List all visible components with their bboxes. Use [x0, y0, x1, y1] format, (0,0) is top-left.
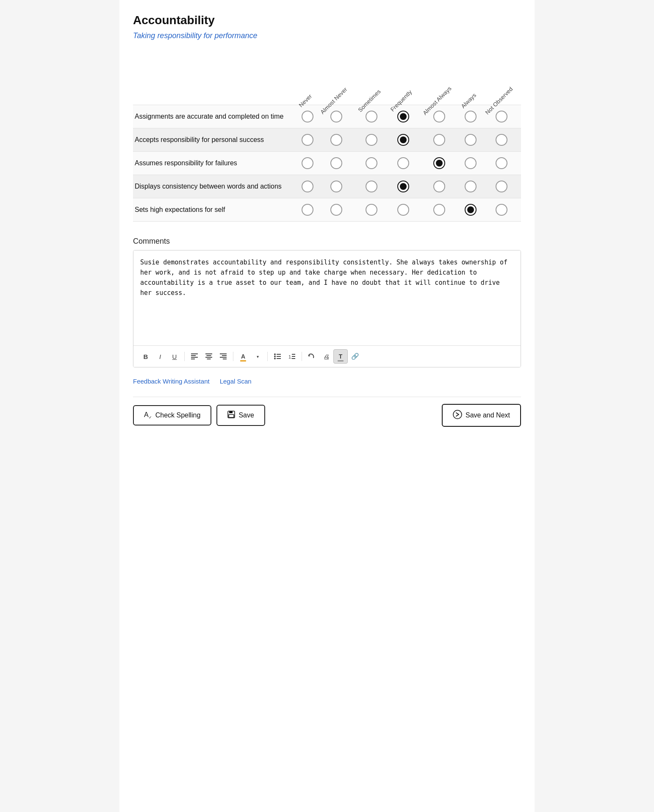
radio-option-never[interactable] [302, 157, 313, 169]
list-group: 1. [270, 349, 299, 364]
radio-option-almost_always[interactable] [433, 134, 445, 146]
radio-cell[interactable] [482, 128, 521, 152]
radio-option-never[interactable] [302, 134, 313, 146]
col-header-frequently: Frequently [388, 54, 419, 105]
svg-point-25 [453, 410, 462, 419]
row-label: Sets high expectations for self [133, 198, 298, 222]
radio-cell[interactable] [317, 128, 355, 152]
radio-option-not_observed[interactable] [496, 181, 507, 192]
legal-scan-link[interactable]: Legal Scan [220, 378, 252, 385]
comments-input[interactable] [133, 250, 521, 344]
text-color-button[interactable]: A [236, 349, 250, 364]
link-button[interactable]: 🔗 [348, 349, 362, 364]
svg-rect-3 [191, 359, 195, 359]
radio-cell[interactable] [419, 198, 460, 222]
radio-option-sometimes[interactable] [366, 134, 377, 146]
save-icon [227, 411, 235, 420]
save-next-button[interactable]: Save and Next [442, 404, 521, 427]
radio-option-almost_always[interactable] [433, 111, 445, 122]
radio-option-always[interactable] [465, 111, 477, 122]
check-spelling-button[interactable]: A✓ Check Spelling [133, 405, 211, 425]
writing-assistant-link[interactable]: Feedback Writing Assistant [133, 378, 210, 385]
radio-cell[interactable] [355, 175, 388, 198]
radio-option-not_observed[interactable] [496, 134, 507, 146]
print-button[interactable]: 🖨 [319, 349, 333, 364]
radio-option-frequently[interactable] [397, 134, 409, 146]
save-button[interactable]: Save [216, 405, 265, 426]
svg-rect-15 [277, 356, 281, 357]
radio-option-sometimes[interactable] [366, 111, 377, 122]
table-row: Accepts responsibility for personal succ… [133, 128, 521, 152]
align-left-button[interactable] [187, 349, 202, 364]
footer-links: Feedback Writing Assistant Legal Scan [133, 378, 521, 385]
svg-rect-23 [229, 411, 233, 413]
radio-option-almost_never[interactable] [330, 157, 342, 169]
radio-option-never[interactable] [302, 181, 313, 192]
radio-cell[interactable] [482, 152, 521, 175]
radio-option-almost_always[interactable] [433, 204, 445, 216]
align-center-button[interactable] [202, 349, 216, 364]
editor-toolbar: B I U [133, 345, 521, 367]
radio-cell[interactable] [460, 175, 482, 198]
undo-button[interactable] [305, 349, 319, 364]
radio-cell[interactable] [317, 198, 355, 222]
radio-cell[interactable] [355, 128, 388, 152]
radio-cell[interactable] [355, 152, 388, 175]
radio-option-almost_never[interactable] [330, 134, 342, 146]
radio-option-not_observed[interactable] [496, 111, 507, 122]
radio-cell[interactable] [298, 175, 317, 198]
radio-option-frequently[interactable] [397, 204, 409, 216]
align-right-button[interactable] [216, 349, 230, 364]
svg-rect-19 [292, 354, 295, 355]
radio-cell[interactable] [388, 152, 419, 175]
color-dropdown-button[interactable]: ▾ [250, 349, 265, 364]
radio-cell[interactable] [419, 128, 460, 152]
highlight-button[interactable]: T [333, 349, 348, 364]
radio-option-never[interactable] [302, 111, 313, 122]
radio-cell[interactable] [482, 175, 521, 198]
underline-button[interactable]: U [167, 349, 182, 364]
svg-point-12 [274, 353, 276, 355]
bullet-list-button[interactable] [270, 349, 285, 364]
radio-cell[interactable] [298, 105, 317, 128]
bold-button[interactable]: B [139, 349, 153, 364]
radio-cell[interactable] [388, 198, 419, 222]
radio-option-frequently[interactable] [397, 181, 409, 192]
radio-option-almost_always[interactable] [433, 181, 445, 192]
radio-cell[interactable] [388, 128, 419, 152]
page-title: Accountability [133, 14, 521, 27]
italic-button[interactable]: I [153, 349, 167, 364]
radio-cell[interactable] [460, 198, 482, 222]
radio-cell[interactable] [419, 175, 460, 198]
radio-cell[interactable] [317, 152, 355, 175]
radio-option-not_observed[interactable] [496, 204, 507, 216]
radio-option-always[interactable] [465, 204, 477, 216]
radio-cell[interactable] [482, 198, 521, 222]
radio-cell[interactable] [460, 128, 482, 152]
radio-option-never[interactable] [302, 204, 313, 216]
radio-option-almost_never[interactable] [330, 111, 342, 122]
radio-option-almost_never[interactable] [330, 204, 342, 216]
radio-cell[interactable] [298, 128, 317, 152]
radio-option-always[interactable] [465, 134, 477, 146]
numbered-list-button[interactable]: 1. [285, 349, 299, 364]
radio-cell[interactable] [419, 152, 460, 175]
radio-option-frequently[interactable] [397, 157, 409, 169]
check-spelling-icon: A✓ [144, 411, 152, 420]
action-bar: A✓ Check Spelling Save Save and Next [133, 397, 521, 427]
radio-cell[interactable] [298, 198, 317, 222]
radio-cell[interactable] [317, 175, 355, 198]
radio-option-sometimes[interactable] [366, 204, 377, 216]
radio-cell[interactable] [298, 152, 317, 175]
radio-cell[interactable] [388, 175, 419, 198]
radio-cell[interactable] [460, 152, 482, 175]
radio-option-almost_never[interactable] [330, 181, 342, 192]
radio-option-frequently[interactable] [397, 111, 409, 122]
radio-option-always[interactable] [465, 157, 477, 169]
radio-option-always[interactable] [465, 181, 477, 192]
radio-option-not_observed[interactable] [496, 157, 507, 169]
radio-option-sometimes[interactable] [366, 157, 377, 169]
radio-cell[interactable] [355, 198, 388, 222]
radio-option-sometimes[interactable] [366, 181, 377, 192]
radio-option-almost_always[interactable] [433, 157, 445, 169]
